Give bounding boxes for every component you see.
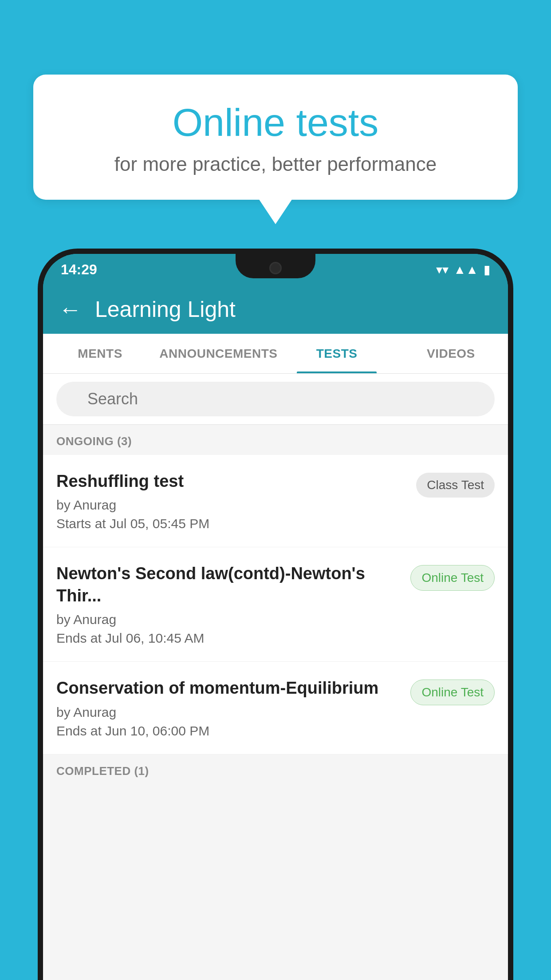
tab-announcements[interactable]: ANNOUNCEMENTS (157, 334, 279, 373)
test-item-conservation[interactable]: Conservation of momentum-Equilibrium by … (43, 662, 508, 754)
test-name-1: Reshuffling test (56, 470, 407, 492)
content-area: 🔍 ONGOING (3) Reshuffling test by Anurag… (43, 374, 508, 980)
tabs-bar: MENTS ANNOUNCEMENTS TESTS VIDEOS (43, 334, 508, 374)
test-badge-1: Class Test (416, 473, 495, 498)
app-title: Learning Light (95, 296, 236, 322)
test-badge-3: Online Test (410, 680, 495, 705)
test-name-3: Conservation of momentum-Equilibrium (56, 677, 401, 699)
wifi-icon: ▾▾ (436, 262, 449, 277)
front-camera (269, 262, 282, 274)
speech-bubble: Online tests for more practice, better p… (33, 75, 518, 200)
test-time-1: Starts at Jul 05, 05:45 PM (56, 516, 407, 531)
test-by-1: by Anurag (56, 498, 407, 513)
back-button[interactable]: ← (59, 298, 82, 321)
notch (236, 254, 315, 278)
test-info-2: Newton's Second law(contd)-Newton's Thir… (56, 563, 410, 646)
test-item-newton[interactable]: Newton's Second law(contd)-Newton's Thir… (43, 547, 508, 662)
test-time-2: Ends at Jul 06, 10:45 AM (56, 631, 401, 646)
signal-icon: ▲▲ (454, 262, 478, 277)
section-completed: COMPLETED (1) (43, 755, 508, 785)
test-by-2: by Anurag (56, 612, 401, 627)
test-by-3: by Anurag (56, 705, 401, 720)
tab-videos[interactable]: VIDEOS (394, 334, 508, 373)
phone-frame: 14:29 ▾▾ ▲▲ ▮ ← Learning Light MENTS ANN… (38, 249, 513, 980)
power-button (508, 373, 513, 431)
bubble-title: Online tests (55, 101, 496, 144)
test-item-reshuffling[interactable]: Reshuffling test by Anurag Starts at Jul… (43, 455, 508, 547)
search-wrapper: 🔍 (56, 382, 495, 416)
tab-ments[interactable]: MENTS (43, 334, 157, 373)
test-name-2: Newton's Second law(contd)-Newton's Thir… (56, 563, 401, 607)
bubble-subtitle: for more practice, better performance (55, 153, 496, 175)
battery-icon: ▮ (484, 262, 490, 277)
search-input[interactable] (56, 382, 495, 416)
test-info-3: Conservation of momentum-Equilibrium by … (56, 677, 410, 738)
test-badge-2: Online Test (410, 565, 495, 591)
section-ongoing: ONGOING (3) (43, 425, 508, 455)
volume-button (38, 391, 43, 426)
phone-inner: 14:29 ▾▾ ▲▲ ▮ ← Learning Light MENTS ANN… (43, 254, 508, 980)
test-time-3: Ends at Jun 10, 06:00 PM (56, 723, 401, 739)
tab-tests[interactable]: TESTS (280, 334, 394, 373)
status-time: 14:29 (61, 261, 97, 278)
status-icons: ▾▾ ▲▲ ▮ (436, 262, 490, 277)
app-header: ← Learning Light (43, 285, 508, 334)
search-bar: 🔍 (43, 374, 508, 425)
test-info-1: Reshuffling test by Anurag Starts at Jul… (56, 470, 416, 531)
